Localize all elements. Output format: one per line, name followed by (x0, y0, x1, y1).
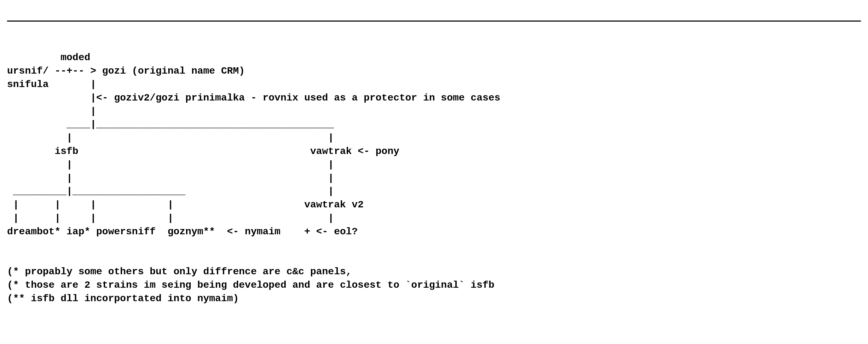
footnote-line: (** isfb dll incorportated into nymaim) (7, 293, 239, 304)
ascii-diagram: moded ursnif/ --+-- > gozi (original nam… (7, 51, 861, 305)
diagram-line: ursnif/ --+-- > gozi (original name CRM) (7, 65, 245, 76)
diagram-line: dreambot* iap* powersniff goznym** <- ny… (7, 226, 358, 237)
diagram-line: ____|___________________________________… (7, 119, 334, 130)
diagram-line: moded (7, 52, 90, 63)
diagram-line: | | | | vawtrak v2 (7, 199, 364, 210)
diagram-line: | (7, 106, 96, 117)
diagram-line: | | | | | (7, 213, 334, 224)
diagram-line: |<- goziv2/gozi prinimalka - rovnix used… (7, 92, 500, 103)
diagram-line: | | (7, 173, 334, 184)
diagram-line: | | (7, 132, 334, 143)
footnote-line: (* propably some others but only diffren… (7, 266, 352, 277)
diagram-line: isfb vawtrak <- pony (7, 146, 399, 157)
diagram-line: snifula | (7, 79, 96, 90)
diagram-line: | | (7, 159, 334, 170)
footnote-line: (* those are 2 strains im seing being de… (7, 280, 494, 291)
diagram-line: _________|___________________ | (7, 186, 334, 197)
